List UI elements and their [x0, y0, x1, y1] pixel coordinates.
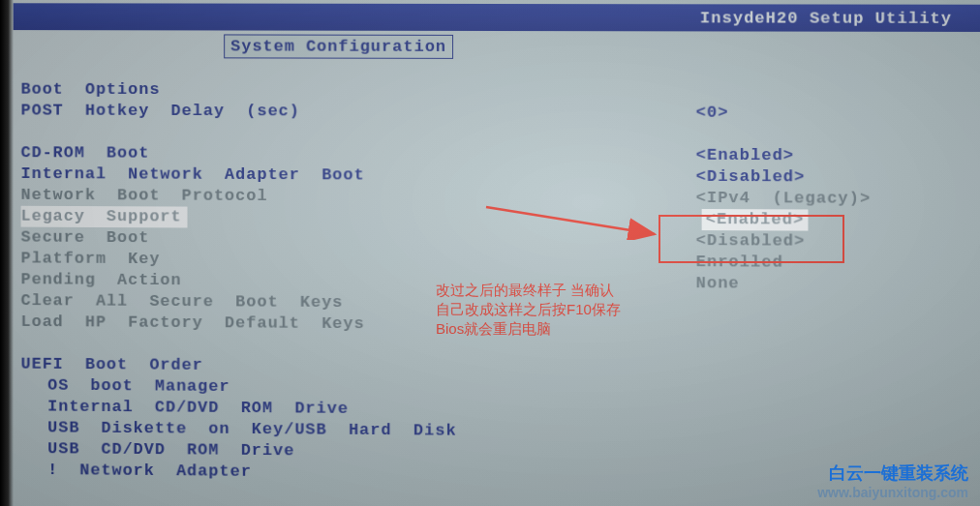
annotation-text: 改过之后的最终样子 当确认 自己改成这样之后按F10保存 Bios就会重启电脑: [436, 281, 621, 339]
tab-bar: System Configuration: [224, 34, 980, 60]
annotation-highlight-box: [658, 215, 844, 263]
watermark-url: www.baiyunxitong.com: [817, 485, 968, 500]
item-post-hotkey-delay[interactable]: POST Hotkey Delay (sec) <0>: [21, 101, 980, 125]
watermark-title: 白云一键重装系统: [817, 461, 968, 485]
title-bar: InsydeH20 Setup Utility: [14, 3, 980, 32]
bios-content: Boot Options POST Hotkey Delay (sec) <0>…: [14, 58, 980, 490]
heading-boot-options: Boot Options: [21, 79, 980, 104]
tab-system-configuration[interactable]: System Configuration: [224, 34, 453, 58]
utility-name: InsydeH20 Setup Utility: [700, 9, 952, 28]
watermark: 白云一键重装系统 www.baiyunxitong.com: [817, 461, 968, 500]
